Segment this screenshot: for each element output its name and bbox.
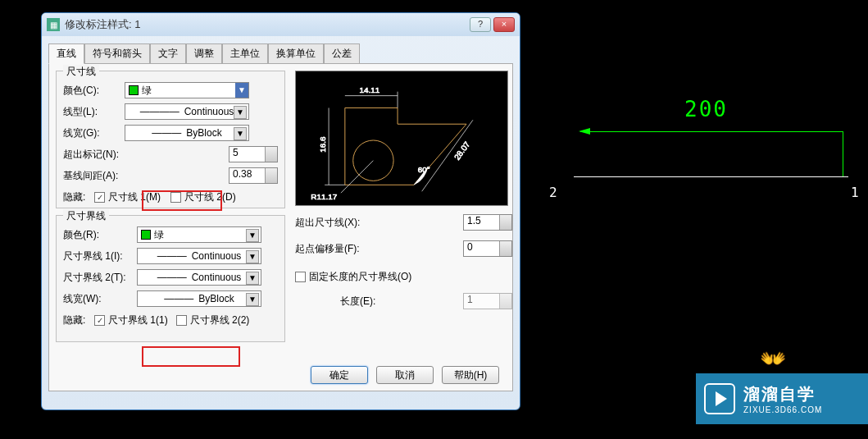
linetype-value: Continuous	[184, 106, 234, 117]
dimension-line	[580, 131, 843, 132]
extension-line-group: 尺寸界线 颜色(R): 绿 尺寸界线 1(I): ——— Continuous …	[56, 215, 285, 342]
window-title: 修改标注样式: 1	[65, 17, 140, 32]
suppress-extline2-label: 尺寸界线 2(2)	[190, 313, 250, 327]
ext-color-label: 颜色(R):	[63, 228, 137, 242]
group-title: 尺寸线	[63, 65, 99, 79]
baseline-spinner[interactable]: 0.38▴▾	[229, 167, 278, 184]
length-label: 长度(E):	[340, 295, 389, 309]
endpoint-1: 1	[851, 185, 859, 200]
suppress-dimline1-checkbox[interactable]	[94, 192, 105, 203]
cancel-button[interactable]: 取消	[376, 366, 434, 384]
baseline-label: 基线间距(A):	[63, 169, 125, 183]
tab-primary-units[interactable]: 主单位	[222, 43, 268, 64]
svg-text:R11.17: R11.17	[311, 192, 337, 201]
color-swatch-icon	[141, 230, 151, 240]
length-value: 1	[467, 294, 473, 305]
color-dropdown[interactable]: 绿	[125, 82, 249, 98]
title-bar[interactable]: ▦ 修改标注样式: 1 ? ×	[42, 13, 520, 36]
suppress-dimline1-label: 尺寸线 1(M)	[108, 190, 161, 204]
extend-beyond-value: 1.5	[467, 215, 481, 226]
svg-line-7	[422, 120, 473, 191]
tab-alt-units[interactable]: 换算单位	[268, 43, 324, 64]
extend-beyond-label: 超出尺寸线(X):	[295, 216, 377, 230]
ext-color-dropdown[interactable]: 绿	[137, 226, 261, 243]
ext-linetype2-dropdown[interactable]: ——— Continuous	[137, 269, 261, 286]
svg-text:60°: 60°	[418, 165, 430, 174]
dimension-value: 200	[684, 97, 728, 121]
ext-linetype1-value: Continuous	[192, 250, 242, 262]
suppress-extline1-checkbox[interactable]	[94, 315, 105, 326]
tab-content: 尺寸线 颜色(C): 绿 线型(L): ———— Continuous 线宽(G…	[48, 63, 513, 391]
length-spinner[interactable]: 1▴▾	[463, 293, 512, 309]
extension-line	[843, 131, 843, 176]
close-button[interactable]: ×	[493, 17, 515, 32]
offset-spinner[interactable]: 0▴▾	[463, 240, 512, 257]
ext-color-value: 绿	[154, 228, 164, 242]
fixed-length-label: 固定长度的尺寸界线(O)	[309, 270, 411, 284]
lineweight-label: 线宽(G):	[63, 126, 125, 140]
extend-beyond-spinner[interactable]: 1.5▴▾	[463, 214, 512, 231]
watermark-cn: 溜溜自学	[743, 383, 822, 405]
color-label: 颜色(C):	[63, 84, 125, 98]
linetype-dropdown[interactable]: ———— Continuous	[125, 103, 249, 120]
dimension-line-group: 尺寸线 颜色(C): 绿 线型(L): ———— Continuous 线宽(G…	[56, 71, 285, 208]
tab-symbols-arrows[interactable]: 符号和箭头	[84, 43, 150, 64]
play-icon	[704, 383, 735, 414]
ext-linetype1-dropdown[interactable]: ——— Continuous	[137, 248, 261, 264]
base-line	[574, 176, 848, 177]
group-title: 尺寸界线	[63, 209, 109, 223]
ext-lineweight-dropdown[interactable]: ——— ByBlock	[137, 290, 261, 307]
ext-lineweight-value: ByBlock	[198, 293, 234, 304]
suppress-extline2-checkbox[interactable]	[176, 315, 187, 326]
suppress-label: 隐藏:	[63, 190, 94, 204]
fixed-length-checkbox[interactable]	[295, 272, 306, 282]
help-button[interactable]: ?	[470, 17, 491, 32]
watermark-en: ZIXUE.3D66.COM	[743, 405, 822, 414]
extend-spinner[interactable]: 5▴▾	[229, 146, 278, 162]
hands-icon: 👐	[760, 346, 786, 372]
endpoint-2: 2	[549, 185, 557, 200]
ext-suppress-label: 隐藏:	[63, 313, 94, 327]
suppress-dimline2-checkbox[interactable]	[170, 192, 181, 203]
ok-button[interactable]: 确定	[311, 366, 368, 384]
svg-text:28.07: 28.07	[452, 139, 471, 161]
extend-value: 5	[233, 147, 239, 158]
ext-lineweight-label: 线宽(W):	[63, 292, 137, 306]
tab-lines[interactable]: 直线	[48, 43, 84, 64]
linetype-label: 线型(L):	[63, 105, 125, 119]
suppress-extline1-label: 尺寸界线 1(1)	[108, 313, 168, 327]
watermark: 溜溜自学 ZIXUE.3D66.COM	[696, 373, 868, 424]
highlight-box-2	[142, 346, 240, 367]
suppress-dimline2-label: 尺寸线 2(D)	[184, 190, 236, 204]
offset-value: 0	[467, 241, 473, 253]
preview-pane: 14.11 16.6 28.07 60° R11.17	[295, 71, 508, 206]
ext-line-settings: 超出尺寸线(X): 1.5▴▾ 起点偏移量(F): 0▴▾ 固定长度的尺寸界线(…	[295, 210, 512, 313]
arrow-icon	[579, 128, 590, 135]
tab-text[interactable]: 文字	[150, 43, 186, 64]
tab-bar: 直线 符号和箭头 文字 调整 主单位 换算单位 公差	[42, 36, 520, 63]
tab-tolerances[interactable]: 公差	[324, 43, 360, 64]
modify-dim-style-dialog: ▦ 修改标注样式: 1 ? × 直线 符号和箭头 文字 调整 主单位 换算单位 …	[41, 12, 520, 410]
color-swatch-icon	[129, 85, 139, 95]
baseline-value: 0.38	[233, 168, 252, 180]
cad-canvas: 200 2 1 👐 j 溜溜自学 ZIXUE.3D66.COM	[525, 0, 868, 439]
app-icon: ▦	[47, 18, 60, 31]
help-button[interactable]: 帮助(H)	[442, 366, 499, 384]
svg-text:14.11: 14.11	[360, 85, 380, 94]
lineweight-value: ByBlock	[186, 127, 221, 139]
ext-linetype2-value: Continuous	[192, 272, 242, 283]
svg-line-10	[341, 161, 374, 194]
ext-linetype1-label: 尺寸界线 1(I):	[63, 249, 137, 263]
color-value: 绿	[142, 84, 152, 98]
ext-linetype2-label: 尺寸界线 2(T):	[63, 271, 137, 285]
tab-fit[interactable]: 调整	[186, 43, 222, 64]
svg-text:16.6: 16.6	[318, 136, 327, 153]
offset-label: 起点偏移量(F):	[295, 242, 377, 256]
extend-label: 超出标记(N):	[63, 148, 125, 162]
lineweight-dropdown[interactable]: ——— ByBlock	[125, 125, 249, 141]
